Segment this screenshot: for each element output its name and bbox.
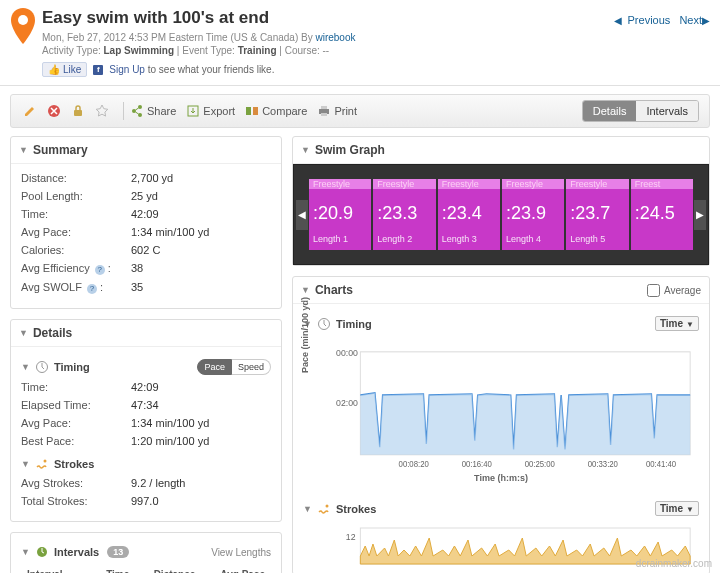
stroke-type: Freestyle xyxy=(442,179,479,189)
swim-scroll-right[interactable]: ▶ xyxy=(694,200,706,230)
swim-length-cell[interactable]: Freestyle:23.7Length 5 xyxy=(566,179,628,250)
timing-subheader[interactable]: ▼ Timing Pace Speed xyxy=(21,355,271,381)
share-icon xyxy=(130,104,144,118)
view-tabs: Details Intervals xyxy=(582,100,699,122)
detail-row: Avg Pace:1:34 min/100 yd xyxy=(21,417,271,429)
strokes-x-select[interactable]: Time▼ xyxy=(655,501,699,516)
svg-rect-2 xyxy=(74,110,82,116)
fb-signup-text: Sign Up to see what your friends like. xyxy=(109,64,274,75)
stroke-type: Freest xyxy=(635,179,661,189)
print-button[interactable]: Print xyxy=(317,104,357,118)
pace-toggle[interactable]: Pace xyxy=(197,359,232,375)
pace-speed-toggle: Pace Speed xyxy=(197,359,271,375)
average-checkbox[interactable] xyxy=(647,284,660,297)
y-tick: 12 xyxy=(346,532,356,542)
edit-icon[interactable] xyxy=(21,102,39,120)
detail-row: Time:42:09 xyxy=(21,381,271,393)
col-header[interactable]: Interval xyxy=(21,565,80,573)
summary-panel: ▼Summary Distance:2,700 ydPool Length:25… xyxy=(10,136,282,309)
help-icon[interactable]: ? xyxy=(87,284,97,294)
next-link[interactable]: Next xyxy=(679,14,702,26)
lock-icon[interactable] xyxy=(69,102,87,120)
nav-links: ◀Previous Next▶ xyxy=(614,8,710,77)
help-icon[interactable]: ? xyxy=(95,265,105,275)
intervals-table: IntervalTimeDistanceAvg Pace 116:29.11,0… xyxy=(21,565,271,573)
detail-row: Elapsed Time:47:34 xyxy=(21,399,271,411)
tab-intervals[interactable]: Intervals xyxy=(636,101,698,121)
chart-strokes-header[interactable]: ▼ Strokes Time▼ xyxy=(303,497,699,522)
clock-icon xyxy=(317,317,331,331)
stroke-type: Freestyle xyxy=(377,179,414,189)
charts-header[interactable]: ▼Charts Average xyxy=(293,277,709,304)
timing-label: Timing xyxy=(54,361,90,373)
swim-graph-header[interactable]: ▼Swim Graph xyxy=(293,137,709,164)
intervals-label: Intervals xyxy=(54,546,99,558)
stroke-type: Freestyle xyxy=(313,179,350,189)
view-lengths-link[interactable]: View Lengths xyxy=(211,547,271,558)
y-tick: 00:00 xyxy=(336,348,358,359)
y-tick: 02:00 xyxy=(336,398,358,409)
summary-row: Avg Efficiency ? :38 xyxy=(21,262,271,275)
author-link[interactable]: wirebook xyxy=(315,32,355,43)
intervals-icon xyxy=(35,545,49,559)
collapse-icon: ▼ xyxy=(19,328,28,338)
toolbar: Share Export Compare Print Details Inter… xyxy=(10,94,710,128)
length-time: :23.4 xyxy=(442,203,496,224)
swimmer-icon xyxy=(317,502,331,516)
compare-button[interactable]: Compare xyxy=(245,104,307,118)
swim-length-cell[interactable]: Freestyle:23.4Length 3 xyxy=(438,179,500,250)
tab-details[interactable]: Details xyxy=(583,101,637,121)
chevron-down-icon: ▼ xyxy=(686,320,694,329)
summary-row: Pool Length:25 yd xyxy=(21,190,271,202)
svg-rect-8 xyxy=(253,107,258,115)
activity-title: Easy swim with 100's at end xyxy=(42,8,614,28)
col-header[interactable]: Distance xyxy=(135,565,201,573)
svg-text:00:41:40: 00:41:40 xyxy=(646,459,677,468)
stroke-type: Freestyle xyxy=(570,179,607,189)
detail-row: Avg Strokes:9.2 / length xyxy=(21,477,271,489)
details-header[interactable]: ▼Details xyxy=(11,320,281,347)
timing-chart[interactable]: Pace (min/100 yd) 00:00 02:00 00:08:2000… xyxy=(307,341,695,471)
detail-row: Best Pace:1:20 min/100 yd xyxy=(21,435,271,447)
swim-length-cell[interactable]: Freestyle:23.9Length 4 xyxy=(502,179,564,250)
x-axis-label: Time (h:m:s) xyxy=(303,471,699,489)
swim-scroll-left[interactable]: ◀ xyxy=(296,200,308,230)
prev-link[interactable]: Previous xyxy=(628,14,671,26)
delete-icon[interactable] xyxy=(45,102,63,120)
summary-header[interactable]: ▼Summary xyxy=(11,137,281,164)
svg-text:00:16:40: 00:16:40 xyxy=(462,459,493,468)
average-label: Average xyxy=(664,285,701,296)
col-header[interactable]: Avg Pace xyxy=(201,565,271,573)
detail-row: Total Strokes:997.0 xyxy=(21,495,271,507)
star-icon[interactable] xyxy=(93,102,111,120)
charts-panel: ▼Charts Average ▼ Timing Time▼ Pace (min… xyxy=(292,276,710,573)
collapse-icon: ▼ xyxy=(301,145,310,155)
compare-icon xyxy=(245,104,259,118)
share-button[interactable]: Share xyxy=(130,104,176,118)
swim-length-cell[interactable]: Freestyle:23.3Length 2 xyxy=(373,179,435,250)
intervals-panel: ▼ Intervals 13 View Lengths IntervalTime… xyxy=(10,532,282,573)
svg-point-13 xyxy=(43,460,46,463)
export-button[interactable]: Export xyxy=(186,104,235,118)
swim-graph-panel: ▼Swim Graph ◀ Freestyle:20.9Length 1Free… xyxy=(292,136,710,266)
strokes-subheader[interactable]: ▼ Strokes xyxy=(21,453,271,477)
fb-signup-link[interactable]: Sign Up xyxy=(109,64,145,75)
swimmer-icon xyxy=(35,457,49,471)
col-header[interactable]: Time xyxy=(80,565,136,573)
swim-length-cell[interactable]: Freestyle:20.9Length 1 xyxy=(309,179,371,250)
length-number: Length 2 xyxy=(377,234,431,244)
speed-toggle[interactable]: Speed xyxy=(232,359,271,375)
collapse-icon: ▼ xyxy=(301,285,310,295)
swim-length-cell[interactable]: Freest:24.5 xyxy=(631,179,693,250)
chevron-right-icon: ▶ xyxy=(702,15,710,26)
timing-x-select[interactable]: Time▼ xyxy=(655,316,699,331)
chart-timing-label: Timing xyxy=(336,318,372,330)
length-number: Length 4 xyxy=(506,234,560,244)
fb-like-button[interactable]: 👍Like xyxy=(42,62,87,77)
svg-rect-10 xyxy=(321,106,327,109)
activity-meta: Activity Type: Lap Swimming | Event Type… xyxy=(42,45,614,56)
chevron-left-icon: ◀ xyxy=(614,15,622,26)
chart-timing-header[interactable]: ▼ Timing Time▼ xyxy=(303,312,699,337)
swim-strip: Freestyle:20.9Length 1Freestyle:23.3Leng… xyxy=(308,179,694,250)
intervals-header[interactable]: ▼ Intervals 13 View Lengths xyxy=(21,541,271,565)
